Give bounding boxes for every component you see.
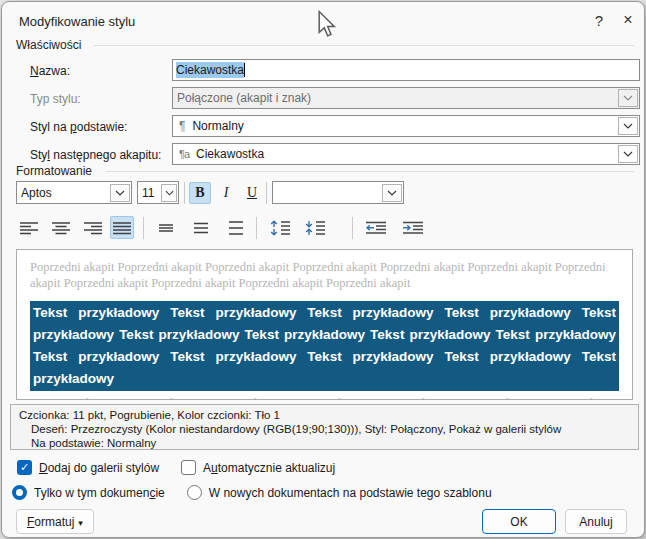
properties-section-label: Właściwości [16, 38, 81, 52]
formatting-section-divider [106, 171, 634, 172]
linked-pilcrow-icon: ¶a [179, 148, 189, 160]
next-paragraph-style-select[interactable]: ¶a Ciekawostka [172, 143, 640, 165]
description-line-1: Czcionka: 11 pkt, Pogrubienie, Kolor czc… [19, 408, 630, 422]
radio-selected-icon[interactable] [12, 485, 27, 500]
align-justify-button[interactable] [110, 216, 134, 239]
formatting-section-label: Formatowanie [16, 164, 92, 178]
chevron-down-icon[interactable] [382, 184, 402, 202]
increase-paragraph-spacing-button[interactable] [264, 216, 296, 239]
decrease-indent-icon [365, 221, 387, 235]
mouse-cursor [317, 10, 336, 38]
next-paragraph-style-value: Ciekawostka [196, 147, 264, 161]
increase-indent-icon [402, 221, 424, 235]
checkbox-checked-icon[interactable]: ✓ [17, 460, 32, 475]
double-spacing-button[interactable] [221, 216, 251, 239]
align-center-icon [51, 221, 71, 235]
single-spacing-button[interactable] [151, 216, 181, 239]
style-type-label: Typ stylu: [30, 92, 81, 106]
help-button[interactable]: ? [585, 7, 613, 33]
text-caret [244, 63, 245, 77]
toolbar-separator [184, 182, 185, 204]
bold-button[interactable]: B [189, 182, 211, 204]
toolbar-separator [266, 182, 267, 204]
align-center-button[interactable] [49, 216, 73, 239]
align-right-icon [83, 221, 103, 235]
align-justify-icon [112, 221, 132, 235]
name-label: Nazwa: [30, 64, 70, 78]
ok-button[interactable]: OK [482, 509, 556, 534]
underline-glyph: U [247, 185, 257, 201]
font-name-select[interactable]: Aptos [16, 181, 132, 204]
pilcrow-icon: ¶ [179, 119, 185, 133]
previous-paragraph-text: Poprzedni akapit Poprzedni akapit Poprze… [30, 259, 619, 291]
double-spacing-icon [226, 221, 246, 235]
format-button-label: Formatuj [27, 515, 74, 529]
selected-text: Ciekawostka [176, 62, 244, 78]
properties-section-divider [94, 45, 634, 46]
decrease-paragraph-spacing-icon [304, 220, 326, 236]
underline-button[interactable]: U [241, 182, 263, 204]
font-name-value: Aptos [17, 186, 109, 200]
modify-style-dialog: Modyfikowanie stylu ? × Właściwości Nazw… [1, 1, 645, 538]
align-left-icon [19, 221, 39, 235]
italic-glyph: I [224, 185, 229, 201]
based-on-label: Styl na podstawie: [30, 120, 127, 134]
checkbox-unchecked-icon[interactable] [181, 460, 196, 475]
chevron-down-icon[interactable] [161, 184, 177, 202]
add-to-gallery-label: Dodaj do galerii stylów [39, 461, 159, 475]
align-right-button[interactable] [81, 216, 105, 239]
format-menu-button[interactable]: Formatuj▾ [16, 509, 94, 534]
increase-indent-button[interactable] [397, 216, 429, 239]
based-on-value: Normalny [192, 119, 243, 133]
next-paragraph-style-label: Styl następnego akapitu: [30, 148, 161, 162]
new-documents-label: W nowych dokumentach na podstawie tego s… [209, 486, 492, 500]
close-icon[interactable]: × [614, 7, 642, 33]
font-color-select[interactable] [272, 181, 404, 204]
one-half-spacing-button[interactable] [186, 216, 216, 239]
radio-unselected-icon[interactable] [187, 485, 202, 500]
font-size-value: 11 [138, 186, 160, 200]
auto-update-label: Automatycznie aktualizuj [203, 461, 335, 475]
dialog-title: Modyfikowanie stylu [19, 14, 135, 29]
chevron-down-icon[interactable] [110, 184, 130, 202]
new-documents-radio[interactable]: W nowych dokumentach na podstawie tego s… [187, 485, 492, 500]
toolbar-separator [352, 217, 353, 239]
italic-button[interactable]: I [215, 182, 237, 204]
description-line-2: Deseń: Przezroczysty (Kolor niestandardo… [19, 422, 630, 436]
decrease-paragraph-spacing-button[interactable] [299, 216, 331, 239]
next-paragraph-text: Następny akapit Następny akapit Następny… [30, 396, 619, 400]
sample-paragraph-text: Tekst przykładowy Tekst przykładowy Teks… [30, 301, 619, 391]
single-spacing-icon [156, 221, 176, 235]
style-name-input[interactable]: Ciekawostka [172, 59, 640, 81]
chevron-down-icon [618, 89, 638, 107]
style-type-value: Połączone (akapit i znak) [173, 91, 617, 105]
cancel-button[interactable]: Anuluj [565, 509, 627, 534]
toolbar-separator [143, 217, 144, 239]
based-on-select[interactable]: ¶ Normalny [172, 115, 640, 137]
align-left-button[interactable] [17, 216, 41, 239]
only-this-document-radio[interactable]: Tylko w tym dokumencie [12, 485, 165, 500]
increase-paragraph-spacing-icon [269, 220, 291, 236]
add-to-gallery-checkbox[interactable]: ✓ Dodaj do galerii stylów [17, 460, 159, 475]
style-description: Czcionka: 11 pkt, Pogrubienie, Kolor czc… [10, 404, 639, 450]
style-preview-pane: Poprzedni akapit Poprzedni akapit Poprze… [16, 249, 633, 400]
chevron-down-icon[interactable] [618, 117, 638, 135]
dropdown-arrow-icon: ▾ [78, 518, 83, 528]
chevron-down-icon[interactable] [618, 145, 638, 163]
auto-update-checkbox[interactable]: Automatycznie aktualizuj [181, 460, 335, 475]
one-half-spacing-icon [191, 221, 211, 235]
decrease-indent-button[interactable] [360, 216, 392, 239]
font-size-select[interactable]: 11 [137, 181, 179, 204]
toolbar-separator [256, 217, 257, 239]
bold-glyph: B [195, 185, 204, 201]
style-type-select: Połączone (akapit i znak) [172, 87, 640, 109]
only-this-document-label: Tylko w tym dokumencie [34, 486, 165, 500]
description-line-3: Na podstawie: Normalny [19, 436, 630, 450]
